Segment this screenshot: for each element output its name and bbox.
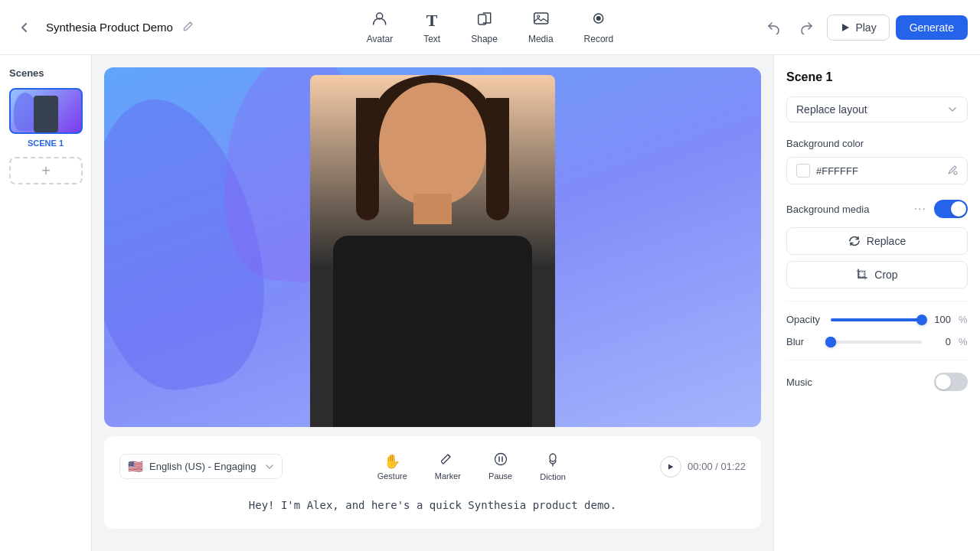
blur-pct: % xyxy=(959,336,968,347)
tool-media[interactable]: Media xyxy=(516,5,566,49)
canvas-stage[interactable] xyxy=(104,67,761,427)
toolbar-left: Synthesia Product Demo xyxy=(12,15,194,40)
add-scene-button[interactable]: + xyxy=(9,157,83,184)
gesture-icon: ✋ xyxy=(384,453,400,470)
svg-rect-2 xyxy=(534,13,547,24)
bg-media-row: Background media ··· xyxy=(786,200,968,218)
blur-label: Blur xyxy=(786,336,823,347)
opacity-slider[interactable] xyxy=(831,318,922,321)
generate-label: Generate xyxy=(910,21,954,34)
record-icon xyxy=(590,10,607,31)
divider-2 xyxy=(786,360,968,360)
tool-avatar[interactable]: Avatar xyxy=(354,5,405,49)
diction-tool[interactable]: Diction xyxy=(534,448,572,484)
tool-record[interactable]: Record xyxy=(572,5,626,49)
avatar-neck xyxy=(413,194,452,224)
tool-media-label: Media xyxy=(528,34,554,44)
bg-media-label: Background media xyxy=(786,204,869,215)
replace-button[interactable]: Replace xyxy=(786,227,968,255)
blur-thumb[interactable] xyxy=(825,337,836,347)
opacity-value: 100 xyxy=(929,314,951,325)
shape-icon xyxy=(476,10,493,31)
language-selector[interactable]: 🇺🇸 English (US) - Engaging xyxy=(119,454,283,479)
back-button[interactable] xyxy=(12,15,37,40)
marker-icon xyxy=(441,452,455,470)
blur-row: Blur 0 % xyxy=(786,336,968,347)
tool-record-label: Record xyxy=(584,34,614,44)
diction-icon xyxy=(545,452,560,471)
add-scene-icon: + xyxy=(41,162,51,180)
scene-thumb-inner xyxy=(11,90,81,132)
pause-label: Pause xyxy=(488,471,512,481)
music-toggle[interactable] xyxy=(934,373,968,391)
toggle-knob xyxy=(951,201,966,217)
music-label: Music xyxy=(786,377,812,388)
project-title: Synthesia Product Demo xyxy=(46,21,173,34)
opacity-thumb[interactable] xyxy=(916,315,927,325)
avatar-hair-right xyxy=(486,98,509,220)
svg-point-11 xyxy=(954,171,957,174)
replace-label: Replace xyxy=(867,235,906,247)
marker-label: Marker xyxy=(435,471,461,481)
play-button[interactable]: Play xyxy=(827,15,889,41)
playback-time: 00:00 / 01:22 xyxy=(688,461,746,472)
music-row: Music xyxy=(786,373,968,391)
text-panel-toolbar: 🇺🇸 English (US) - Engaging ✋ Gesture xyxy=(119,448,746,484)
more-options-button[interactable]: ··· xyxy=(914,202,926,216)
text-icon: T xyxy=(426,11,438,31)
divider-1 xyxy=(786,301,968,302)
opacity-label: Opacity xyxy=(786,314,823,325)
main-toolbar: Synthesia Product Demo Avatar T Text xyxy=(0,0,980,55)
avatar-head xyxy=(379,83,486,205)
bg-color-row[interactable]: #FFFFFF xyxy=(786,157,968,184)
avatar-hair-left xyxy=(356,98,379,220)
color-hex-value: #FFFFFF xyxy=(816,165,941,177)
tool-shape[interactable]: Shape xyxy=(459,5,510,49)
crop-button[interactable]: Crop xyxy=(786,261,968,289)
opacity-pct: % xyxy=(959,314,968,325)
bg-media-toggle[interactable] xyxy=(934,200,968,218)
undo-button[interactable] xyxy=(760,14,787,41)
pause-tool[interactable]: Pause xyxy=(482,449,518,484)
gesture-tool[interactable]: ✋ Gesture xyxy=(371,450,413,484)
avatar-figure xyxy=(302,71,563,427)
edit-icon[interactable] xyxy=(182,21,194,34)
toolbar-right: Play Generate xyxy=(760,14,968,41)
play-label: Play xyxy=(855,21,876,34)
avatar-icon xyxy=(371,10,388,31)
opacity-row: Opacity 100 % xyxy=(786,314,968,325)
music-toggle-knob xyxy=(936,374,951,390)
svg-point-6 xyxy=(495,454,506,465)
transcript-text[interactable]: Hey! I'm Alex, and here's a quick Synthe… xyxy=(119,494,746,517)
main-content: Scenes SCENE 1 + xyxy=(0,55,980,551)
replace-layout-dropdown[interactable]: Replace layout xyxy=(786,96,968,122)
scene-1-thumb[interactable] xyxy=(9,88,83,134)
scene-panel-title: Scene 1 xyxy=(786,70,968,84)
scenes-label: Scenes xyxy=(9,67,82,79)
opacity-fill xyxy=(831,318,922,321)
scene-avatar-mini xyxy=(34,96,58,132)
color-picker-icon[interactable] xyxy=(947,165,958,178)
svg-point-3 xyxy=(537,15,539,18)
tool-shape-label: Shape xyxy=(471,34,498,44)
svg-point-9 xyxy=(550,454,556,461)
generate-button[interactable]: Generate xyxy=(896,15,968,40)
canvas-wrapper: 🇺🇸 English (US) - Engaging ✋ Gesture xyxy=(92,55,773,551)
playback-controls: 00:00 / 01:22 xyxy=(660,456,746,478)
blur-slider[interactable] xyxy=(831,341,922,344)
sidebar: Scenes SCENE 1 + xyxy=(0,55,92,551)
playback-play-button[interactable] xyxy=(660,456,681,478)
text-tools: ✋ Gesture Marker xyxy=(371,448,572,484)
svg-point-5 xyxy=(596,16,601,21)
diction-label: Diction xyxy=(540,472,566,481)
blur-value: 0 xyxy=(929,336,951,347)
media-icon xyxy=(532,10,549,31)
right-panel: Scene 1 Replace layout Background color … xyxy=(773,55,980,551)
marker-tool[interactable]: Marker xyxy=(429,449,467,484)
redo-button[interactable] xyxy=(793,14,821,41)
replace-layout-label: Replace layout xyxy=(796,103,867,116)
tool-text[interactable]: T Text xyxy=(411,6,452,49)
bg-color-label: Background color xyxy=(786,138,968,149)
pause-icon xyxy=(494,452,508,470)
gesture-label: Gesture xyxy=(377,471,407,481)
